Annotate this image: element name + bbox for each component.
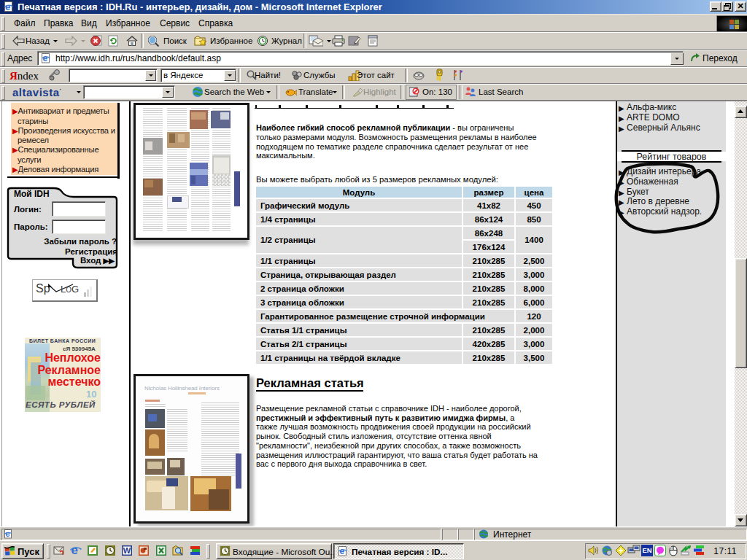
svg-text:e: e (5, 1, 10, 12)
svg-text:e: e (340, 546, 345, 556)
svg-text:e: e (43, 53, 48, 63)
svg-text:e: e (5, 529, 9, 538)
svg-text:W: W (123, 546, 131, 555)
svg-text:e: e (71, 544, 78, 556)
